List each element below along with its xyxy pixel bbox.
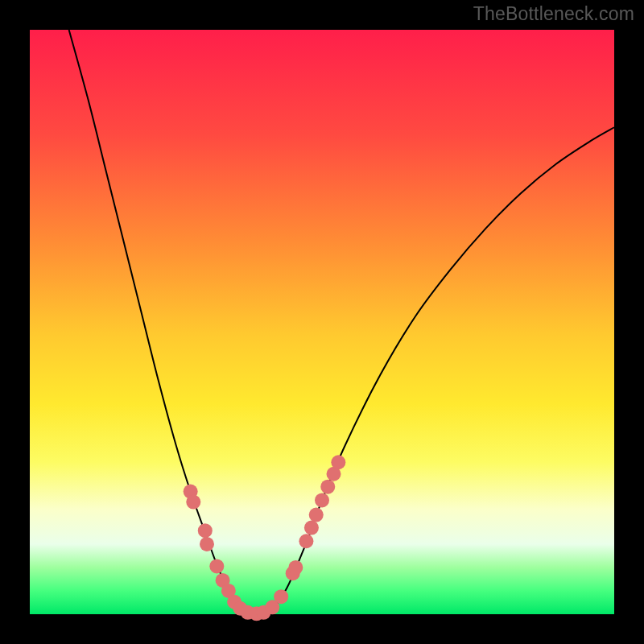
curve-left <box>69 30 250 614</box>
data-marker <box>186 495 200 510</box>
plot-area <box>30 30 614 614</box>
plot-svg <box>30 30 614 614</box>
data-marker <box>309 508 324 522</box>
data-marker <box>304 521 319 535</box>
data-marker <box>288 560 303 575</box>
data-marker <box>209 559 224 573</box>
data-marker <box>320 480 335 494</box>
data-marker <box>299 534 313 548</box>
curve-markers <box>184 455 346 621</box>
data-marker <box>198 523 213 538</box>
watermark-text: TheBottleneck.com <box>473 3 634 25</box>
chart-stage: TheBottleneck.com <box>0 0 644 644</box>
data-marker <box>274 589 288 604</box>
data-marker <box>315 493 329 507</box>
data-marker <box>331 455 345 469</box>
data-marker <box>200 537 214 551</box>
